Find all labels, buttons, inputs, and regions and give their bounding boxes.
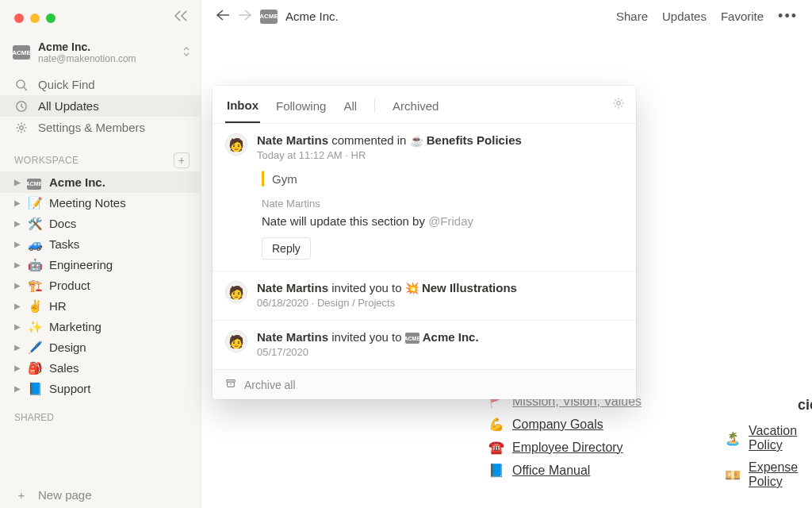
sidebar-page-item[interactable]: ▶🎒Sales: [0, 358, 201, 379]
notification-item[interactable]: 🧑 Nate Martins commented in ☕ Benefits P…: [213, 124, 636, 271]
page-tree: ▶ACMEAcme Inc.▶📝Meeting Notes▶🛠️Docs▶🚙Ta…: [0, 171, 201, 399]
section-workspace-label: WORKSPACE +: [0, 144, 201, 171]
tab-inbox[interactable]: Inbox: [225, 94, 260, 123]
sidebar-page-item[interactable]: ▶✨Marketing: [0, 317, 201, 337]
nav-quick-find-label: Quick Find: [38, 78, 95, 91]
nav-settings[interactable]: Settings & Members: [0, 117, 201, 138]
page-emoji-icon: 🎒: [27, 361, 43, 375]
quote-text: Gym: [272, 172, 297, 186]
sidebar-page-label: Sales: [49, 361, 79, 375]
add-page-button[interactable]: +: [174, 152, 190, 168]
caret-right-icon[interactable]: ▶: [14, 322, 21, 331]
new-page-button[interactable]: + New page: [0, 482, 201, 508]
window-close-icon[interactable]: [14, 13, 24, 23]
page-link-column: 🏝️Vacation Policy💴Expense Policy: [725, 424, 812, 489]
window-zoom-icon[interactable]: [46, 13, 56, 23]
sidebar-page-item[interactable]: ▶🛠️Docs: [0, 214, 201, 234]
caret-right-icon[interactable]: ▶: [14, 240, 21, 248]
page-emoji-icon: 🏗️: [27, 279, 43, 293]
comment-author: Nate Martins: [262, 198, 623, 210]
caret-right-icon[interactable]: ▶: [14, 302, 21, 310]
sidebar-page-item[interactable]: ▶🖊️Design: [0, 337, 201, 358]
sidebar-page-label: Engineering: [49, 258, 113, 271]
sidebar-page-item[interactable]: ▶✌️HR: [0, 296, 201, 317]
avatar: 🧑: [225, 281, 247, 303]
caret-right-icon[interactable]: ▶: [14, 281, 21, 290]
notif-target[interactable]: Benefits Policies: [427, 133, 522, 147]
tab-divider: [374, 98, 375, 113]
nav-all-updates[interactable]: All Updates: [0, 95, 201, 117]
notif-author: Nate Martins: [257, 330, 328, 344]
sidebar-page-item[interactable]: ▶🤖Engineering: [0, 255, 201, 275]
panel-settings-icon[interactable]: [612, 97, 625, 121]
date-mention[interactable]: @Friday: [428, 214, 473, 228]
page-emoji-icon: ✌️: [27, 299, 43, 314]
page-link-emoji-icon: 💪: [488, 417, 504, 432]
sidebar-collapse-icon[interactable]: [174, 10, 190, 26]
nav-back-button[interactable]: [216, 8, 230, 25]
page-link[interactable]: 💪Company Goals: [488, 417, 642, 432]
page-emoji-icon: 🤖: [27, 258, 43, 272]
updates-button[interactable]: Updates: [662, 10, 707, 23]
notif-author: Nate Martins: [257, 281, 328, 294]
caret-right-icon[interactable]: ▶: [14, 198, 21, 207]
nav-quick-find[interactable]: Quick Find: [0, 74, 201, 95]
page-link-column: 🚩Mission, Vision, Values💪Company Goals☎️…: [488, 394, 642, 478]
gear-icon: [14, 121, 29, 134]
sidebar-page-item[interactable]: ▶🏗️Product: [0, 275, 201, 296]
caret-right-icon[interactable]: ▶: [14, 260, 21, 269]
page-icon: ACME: [260, 10, 278, 24]
caret-right-icon[interactable]: ▶: [14, 343, 21, 352]
caret-right-icon[interactable]: ▶: [14, 219, 21, 228]
page-link[interactable]: 🏝️Vacation Policy: [725, 424, 812, 452]
page-link-emoji-icon: 💴: [725, 468, 741, 483]
sidebar-page-label: Meeting Notes: [49, 196, 126, 210]
window-controls: [0, 5, 201, 36]
reply-button[interactable]: Reply: [262, 237, 311, 260]
caret-right-icon[interactable]: ▶: [14, 384, 21, 393]
page-link-emoji-icon: 📘: [488, 463, 504, 478]
avatar: 🧑: [225, 330, 247, 352]
tab-all[interactable]: All: [342, 94, 358, 122]
caret-right-icon[interactable]: ▶: [14, 178, 21, 187]
sidebar-page-item[interactable]: ▶📘Support: [0, 379, 201, 399]
page-link[interactable]: ☎️Employee Directory: [488, 440, 642, 455]
svg-line-1: [24, 87, 27, 90]
notification-item[interactable]: 🧑 Nate Martins invited you to ACMEAcme I…: [213, 321, 636, 369]
page-link[interactable]: 💴Expense Policy: [725, 460, 812, 489]
notification-item[interactable]: 🧑 Nate Martins invited you to 💥 New Illu…: [213, 271, 636, 320]
sidebar: ACME Acme Inc. nate@makenotion.com Quick…: [0, 0, 201, 508]
notif-verb-text: invited you to: [331, 330, 401, 344]
archive-all-button[interactable]: Archive all: [213, 369, 636, 399]
archive-all-label: Archive all: [244, 379, 296, 391]
sidebar-page-item[interactable]: ▶ACMEAcme Inc.: [0, 171, 201, 193]
notif-author: Nate Martins: [257, 133, 328, 147]
svg-point-0: [17, 80, 25, 88]
page-title[interactable]: Acme Inc.: [285, 10, 339, 23]
notif-verb-text: commented in: [331, 133, 406, 147]
tab-following[interactable]: Following: [274, 94, 327, 122]
page-link[interactable]: 📘Office Manual: [488, 463, 642, 478]
sidebar-page-label: Design: [49, 341, 86, 354]
sidebar-page-item[interactable]: ▶🚙Tasks: [0, 234, 201, 255]
sidebar-page-item[interactable]: ▶📝Meeting Notes: [0, 193, 201, 214]
notif-target[interactable]: Acme Inc.: [423, 330, 479, 344]
favorite-button[interactable]: Favorite: [721, 10, 764, 23]
tab-archived[interactable]: Archived: [391, 94, 440, 122]
nav-forward-button[interactable]: [238, 8, 252, 25]
plus-icon: +: [14, 488, 29, 502]
workspace-switcher[interactable]: ACME Acme Inc. nate@makenotion.com: [0, 36, 201, 71]
page-emoji-icon: 📘: [27, 382, 43, 396]
avatar: 🧑: [225, 133, 247, 156]
share-button[interactable]: Share: [616, 10, 648, 23]
sidebar-page-label: Product: [49, 279, 90, 292]
comment-text: Nate will update this section by @Friday: [262, 214, 623, 228]
notif-target[interactable]: New Illustrations: [422, 281, 517, 294]
caret-right-icon[interactable]: ▶: [14, 364, 21, 372]
archive-icon: [225, 378, 236, 391]
topbar: ACME Acme Inc. Share Updates Favorite ••…: [201, 0, 812, 29]
more-menu-button[interactable]: •••: [778, 8, 798, 25]
window-minimize-icon[interactable]: [30, 13, 40, 23]
page-emoji-icon: ACME: [27, 175, 43, 190]
notif-meta: 06/18/2020 · Design / Projects: [257, 297, 623, 309]
